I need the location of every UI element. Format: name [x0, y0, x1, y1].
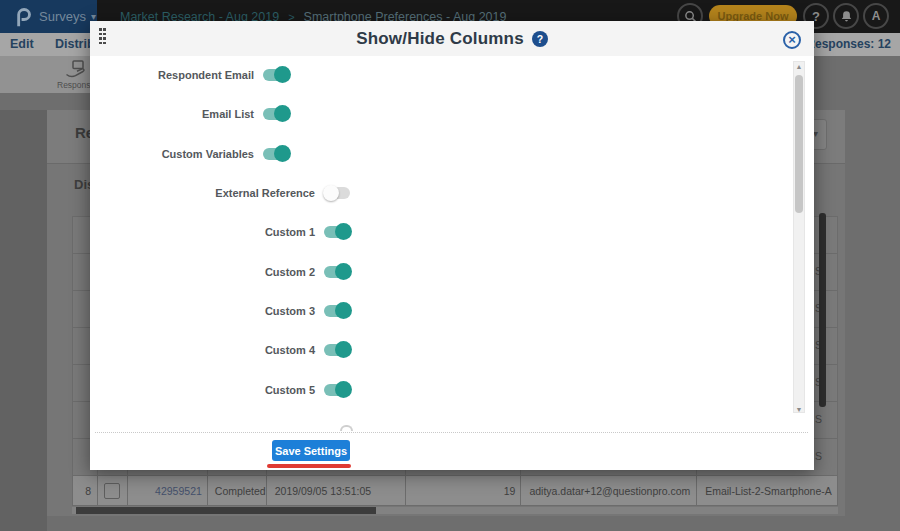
toggle-custom-1[interactable]	[324, 226, 350, 238]
toggle-row-custom-1: Custom 1	[90, 222, 350, 242]
clipped-cell-text: S	[815, 413, 822, 425]
modal-close-button[interactable]: ×	[783, 31, 801, 49]
footer-divider	[95, 432, 808, 433]
toggle-row-respondent-email: Respondent Email	[90, 65, 289, 85]
toggle-custom-2[interactable]	[324, 266, 350, 278]
toggle-row-external-reference: External Reference	[90, 183, 350, 203]
annotation-underline	[267, 464, 351, 468]
toggle-custom-variables[interactable]	[263, 148, 289, 160]
toggle-knob	[274, 145, 291, 162]
scroll-down-icon[interactable]: ▼	[793, 406, 805, 413]
save-settings-label: Save Settings	[275, 445, 347, 457]
toggle-respondent-email[interactable]	[263, 69, 289, 81]
toggle-label: Custom 3	[265, 305, 315, 317]
toggle-custom-3[interactable]	[324, 305, 350, 317]
tab-edit[interactable]: Edit	[10, 37, 34, 51]
question-icon: ?	[537, 33, 543, 45]
row-number-cell: 8	[73, 476, 98, 505]
close-icon: ×	[788, 32, 796, 47]
toggle-label: Custom Variables	[162, 148, 254, 160]
toggle-knob	[335, 341, 352, 358]
account-avatar[interactable]: A	[863, 3, 889, 29]
status-cell: Completed	[208, 476, 267, 505]
toggle-knob	[335, 263, 352, 280]
drag-handle-icon[interactable]	[99, 28, 107, 46]
toggle-email-list[interactable]	[263, 108, 289, 120]
toggle-row-custom-3: Custom 3	[90, 301, 350, 321]
modal-help-button[interactable]: ?	[532, 31, 548, 47]
row-checkbox-cell	[98, 476, 128, 505]
toggle-row-custom-variables: Custom Variables	[90, 144, 289, 164]
questionpro-logo-icon	[12, 6, 32, 28]
surveys-menu-label: Surveys	[39, 9, 86, 24]
toggle-label: Custom 1	[265, 226, 315, 238]
time-taken-cell: 19	[406, 476, 522, 505]
toggle-knob	[274, 105, 291, 122]
modal-scrollbar-thumb[interactable]	[795, 75, 803, 213]
toggle-external-reference[interactable]	[324, 187, 350, 199]
row-checkbox[interactable]	[104, 483, 120, 499]
toggle-knob	[323, 185, 339, 201]
surveys-menu[interactable]: Surveys ▾	[39, 9, 96, 24]
toggle-label: External Reference	[215, 187, 315, 199]
bell-icon	[840, 10, 853, 23]
toggle-label: Custom 2	[265, 266, 315, 278]
toggle-label: Custom 4	[265, 344, 315, 356]
email-list-cell: Email-List-2-Smartphone-A	[697, 476, 838, 505]
table-vertical-scrollbar[interactable]	[819, 213, 826, 407]
toggle-row-email-list: Email List	[90, 104, 289, 124]
table-row-8[interactable]: 8 42959521 Completed 2019/09/05 13:51:05…	[73, 476, 838, 506]
notifications-button[interactable]	[833, 3, 859, 29]
toggle-row-custom-5: Custom 5	[90, 380, 350, 400]
email-cell: aditya.datar+12@questionpro.com	[521, 476, 697, 505]
toggle-custom-4[interactable]	[324, 344, 350, 356]
toggle-row-custom-4: Custom 4	[90, 340, 350, 360]
toggle-knob	[335, 302, 352, 319]
toggle-knob	[335, 223, 352, 240]
toggle-label: Respondent Email	[158, 69, 254, 81]
next-toggle-peek	[340, 425, 353, 431]
toggle-knob	[335, 381, 352, 398]
table-horizontal-scrollbar-thumb[interactable]	[76, 507, 376, 514]
left-sidebar-strip	[0, 110, 47, 531]
show-hide-columns-modal: Show/Hide Columns ? × Respondent Email E…	[90, 21, 814, 470]
responses-hand-icon	[64, 60, 88, 79]
toggle-knob	[274, 66, 291, 83]
scroll-up-icon[interactable]: ▲	[793, 61, 805, 73]
avatar-letter: A	[872, 9, 881, 23]
toggle-label: Email List	[202, 108, 254, 120]
modal-title: Show/Hide Columns	[356, 29, 524, 49]
clipped-cell-text: S	[815, 450, 822, 462]
toggle-row-custom-2: Custom 2	[90, 262, 350, 282]
save-settings-button[interactable]: Save Settings	[272, 440, 350, 461]
responses-count-badge: Responses: 12	[806, 37, 891, 51]
response-id-cell[interactable]: 42959521	[128, 476, 208, 505]
brand-block: Surveys ▾	[0, 0, 97, 33]
modal-header: Show/Hide Columns ?	[90, 21, 814, 56]
timestamp-cell: 2019/09/05 13:51:05	[267, 476, 406, 505]
toggle-label: Custom 5	[265, 384, 315, 396]
toggle-custom-5[interactable]	[324, 384, 350, 396]
